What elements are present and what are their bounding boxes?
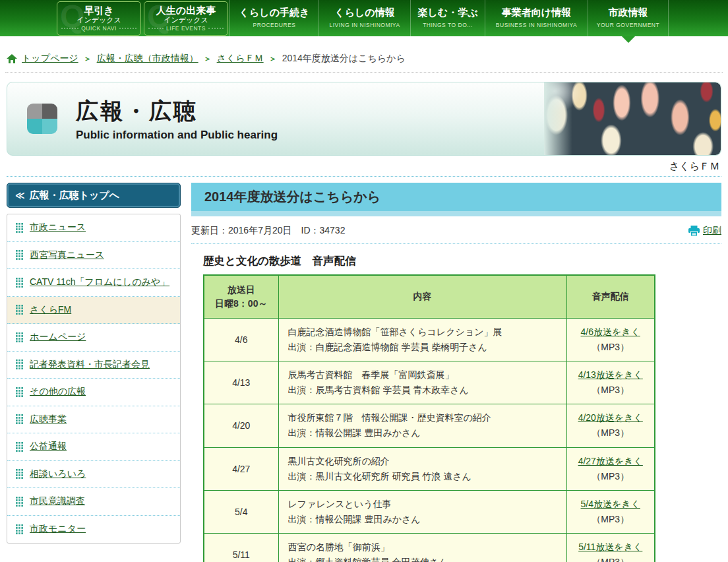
sidebar-menu-item[interactable]: 西宮写真ニュース [7, 242, 180, 270]
table-row: 4/6 白鹿記念酒造博物館「笹部さくらコレクション」展 出演：白鹿記念酒造博物館… [204, 319, 655, 361]
nav-left-spacer [0, 0, 55, 36]
sidebar-menu-item-label: 記者発表資料・市長記者会見 [30, 359, 150, 371]
broadcast-table-body: 4/6 白鹿記念酒造博物館「笹部さくらコレクション」展 出演：白鹿記念酒造博物館… [204, 319, 655, 562]
sidebar-menu-item[interactable]: 公益通報 [7, 433, 180, 461]
dotted-divider [7, 176, 721, 177]
grid-dots-icon [16, 497, 23, 507]
nav-tab-sublabel: PROCEDURES [230, 22, 318, 28]
breadcrumb-links: トップページ ＞ 広報・広聴（市政情報） ＞ さくらＦＭ ＞ [22, 53, 277, 65]
breadcrumb-item: さくらＦＭ ＞ [217, 53, 277, 65]
dotted-divider [191, 243, 721, 244]
grid-dots-icon [16, 387, 23, 397]
audio-link[interactable]: 4/13放送をきく [570, 367, 652, 383]
article-body: 歴史と文化の散歩道 音声配信 放送日 日曜8：00～ 内容 音声配信 4/6 [191, 254, 721, 562]
audio-format: （MP3） [570, 340, 652, 355]
sidebar-menu-item[interactable]: 相談いろいろ [7, 461, 180, 489]
broadcast-title: 黒川古文化研究所の紹介 [288, 454, 557, 469]
home-icon[interactable] [7, 54, 17, 63]
grid-dots-icon [16, 250, 23, 260]
sidebar-menu-item[interactable]: 記者発表資料・市長記者会見 [7, 352, 180, 379]
nav-tab[interactable]: 楽しむ・学ぶ THINGS TO DO... [410, 0, 485, 36]
breadcrumb-link[interactable]: トップページ [22, 53, 78, 65]
nav-tab-label: 事業者向け情報 [485, 7, 588, 19]
nav-tab[interactable]: くらしの手続き PROCEDURES [229, 0, 318, 36]
breadcrumb-link[interactable]: 広報・広聴（市政情報） [97, 53, 198, 65]
broadcast-cast: 出演：黒川古文化研究所 研究員 竹浪 遠さん [288, 469, 557, 484]
chevron-left-icon: ≪ [15, 190, 24, 201]
audio-link[interactable]: 4/6放送をきく [570, 325, 652, 340]
nav-tab-label: 市政情報 [588, 7, 668, 19]
nav-tab[interactable]: 市政情報 YOUR GOVERNMENT [588, 0, 668, 36]
quick-nav-button[interactable]: Q 早引き インデックス QUICK NAVI [57, 1, 141, 36]
grid-dots-icon [16, 332, 23, 342]
broadcast-date-cell: 4/6 [204, 319, 278, 361]
broadcast-audio-cell: 4/27放送をきく （MP3） [566, 447, 655, 490]
sidebar-menu-item[interactable]: 市民意識調査 [7, 488, 180, 516]
breadcrumb: トップページ ＞ 広報・広聴（市政情報） ＞ さくらＦＭ ＞ 2014年度放送分… [5, 53, 723, 73]
audio-format: （MP3） [570, 512, 652, 527]
sidebar-menu-item[interactable]: 市政モニター [7, 516, 180, 544]
sidebar-menu-item-label: 市民意識調査 [30, 495, 85, 507]
sidebar-menu-item[interactable]: 広聴事業 [7, 406, 180, 434]
broadcast-audio-cell: 5/11放送をきく （MP3） [566, 533, 655, 562]
broadcast-table-head: 放送日 日曜8：00～ 内容 音声配信 [204, 275, 655, 319]
table-row: 4/27 黒川古文化研究所の紹介 出演：黒川古文化研究所 研究員 竹浪 遠さん … [204, 447, 655, 490]
sidebar-menu-item[interactable]: さくらFM [7, 297, 180, 325]
grid-dots-icon [16, 414, 23, 424]
sidebar-menu-item[interactable]: CATV 11ch「フロムにしのみや」 [7, 269, 180, 297]
sidebar-menu-item[interactable]: 市政ニュース [7, 214, 180, 242]
sidebar-menu-item-label: 公益通報 [30, 441, 67, 453]
quick-nav-button[interactable]: Q 人生の出来事 インデックス LIFE EVENTS [144, 1, 228, 36]
sidebar-top-link-label: 広報・広聴トップへ [30, 189, 119, 202]
sidebar-top-link[interactable]: ≪ 広報・広聴トップへ [7, 183, 181, 208]
breadcrumb-link[interactable]: さくらＦＭ [217, 53, 264, 65]
grid-dots-icon [16, 359, 23, 369]
nav-tab[interactable]: くらしの情報 LIVING IN NISHINOMIYA [318, 0, 410, 36]
nav-tab-label: 楽しむ・学ぶ [411, 7, 485, 19]
broadcast-date-cell: 5/11 [204, 533, 278, 562]
audio-link[interactable]: 4/27放送をきく [570, 454, 652, 469]
meta-row: 更新日：2016年7月20日 ID：34732 印刷 [191, 225, 721, 237]
broadcast-date-cell: 4/20 [204, 404, 278, 447]
audio-format: （MP3） [570, 555, 652, 562]
header-audio: 音声配信 [566, 275, 655, 319]
print-button[interactable]: 印刷 [688, 225, 721, 237]
breadcrumb-separator: ＞ [269, 53, 277, 65]
sidebar-menu: 市政ニュース 西宮写真ニュース [7, 214, 181, 544]
broadcast-title: 市役所東館７階 情報公開課・歴史資料室の紹介 [288, 410, 557, 425]
breadcrumb-separator: ＞ [84, 53, 92, 65]
sidebar-menu-item[interactable]: その他の広報 [7, 379, 180, 406]
audio-format: （MP3） [570, 383, 652, 398]
page: { "nav": { "quick_buttons": [ { "line1":… [0, 0, 728, 562]
print-label: 印刷 [703, 225, 721, 237]
grid-dots-icon [16, 223, 23, 233]
quick-nav-label: 人生の出来事 [144, 5, 228, 16]
page-title-strip [191, 211, 721, 216]
page-category-label: さくらＦＭ [9, 160, 719, 173]
section-squares-icon [27, 104, 57, 134]
grid-dots-icon [16, 278, 23, 288]
nav-tab[interactable]: 事業者向け情報 BUSINESS IN NISHINOMIYA [485, 0, 588, 36]
sidebar-menu-item-label: 相談いろいろ [30, 468, 86, 480]
main-content: 2014年度放送分はこちらから 更新日：2016年7月20日 ID：34732 … [191, 183, 721, 562]
broadcast-date-cell: 5/4 [204, 490, 278, 533]
content-columns: ≪ 広報・広聴トップへ 市政ニュース [7, 183, 721, 562]
broadcast-audio-cell: 4/13放送をきく （MP3） [566, 361, 655, 404]
sidebar-menu-item-label: 広聴事業 [30, 414, 67, 425]
broadcast-title: 白鹿記念酒造博物館「笹部さくらコレクション」展 [288, 325, 557, 340]
nav-quick-buttons: Q 早引き インデックス QUICK NAVI Q 人生の出来事 インデックス … [55, 0, 229, 36]
header-content: 内容 [278, 275, 566, 319]
sidebar-menu-item-label: 市政ニュース [30, 222, 86, 234]
banner-subtitle: Public information and Public hearing [76, 129, 278, 142]
broadcast-table: 放送日 日曜8：00～ 内容 音声配信 4/6 白鹿記念酒造博物館「笹部さくらコ… [203, 274, 655, 562]
header-broadcast-date: 放送日 日曜8：00～ [204, 275, 278, 319]
broadcast-cast: 出演：情報公開課 豊田みかさん [288, 425, 557, 441]
broadcast-cast: 出演：情報公開課 豊田みかさん [288, 512, 557, 527]
audio-link[interactable]: 5/4放送をきく [570, 497, 652, 512]
audio-format: （MP3） [570, 425, 652, 441]
banner-text: 広報・広聴 Public information and Public hear… [76, 96, 278, 142]
audio-link[interactable]: 5/11放送をきく [570, 540, 652, 555]
sidebar-menu-item[interactable]: ホームページ [7, 324, 180, 352]
audio-link[interactable]: 4/20放送をきく [570, 410, 652, 425]
broadcast-audio-cell: 5/4放送をきく （MP3） [566, 490, 655, 533]
